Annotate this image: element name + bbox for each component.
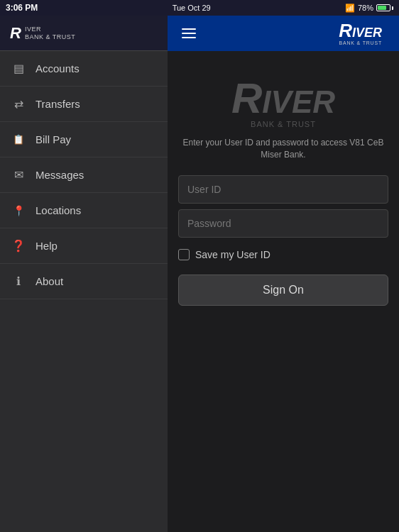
about-icon: ℹ bbox=[11, 275, 26, 289]
logo-row: R IVER bbox=[339, 21, 382, 40]
sidebar-item-locations[interactable]: 📍 Locations bbox=[0, 193, 168, 228]
logo-line2: BANK & TRUST bbox=[25, 33, 75, 41]
battery-percent: 78% bbox=[358, 4, 373, 12]
password-input[interactable] bbox=[178, 209, 388, 238]
status-indicators: 📶 78% bbox=[345, 4, 393, 13]
locations-icon: 📍 bbox=[11, 204, 26, 218]
header-logo-subtitle: BANK & TRUST bbox=[339, 40, 382, 45]
sidebar-logo: R IVER BANK & TRUST bbox=[10, 24, 75, 43]
transfers-icon: ⇄ bbox=[11, 97, 26, 111]
sidebar-item-transfers[interactable]: ⇄ Transfers bbox=[0, 87, 168, 122]
sidebar-item-accounts[interactable]: ▤ Accounts bbox=[0, 51, 168, 87]
battery-icon bbox=[376, 4, 393, 11]
sidebar-item-help[interactable]: ❓ Help bbox=[0, 228, 168, 264]
save-userid-checkbox[interactable] bbox=[178, 249, 190, 260]
login-area: R IVER BANK & TRUST Enter your User ID a… bbox=[168, 51, 399, 532]
accounts-icon: ▤ bbox=[11, 62, 26, 76]
app-container: R IVER BANK & TRUST ▤ Accounts ⇄ Transfe… bbox=[0, 16, 399, 532]
accounts-label: Accounts bbox=[35, 62, 80, 74]
logo-line1: IVER bbox=[25, 26, 75, 33]
save-userid-row: Save my User ID bbox=[178, 243, 388, 266]
messages-label: Messages bbox=[35, 169, 84, 181]
large-logo-r: R bbox=[231, 79, 262, 118]
main-content: R IVER BANK & TRUST R IVER BANK & TRUST … bbox=[168, 16, 399, 532]
hamburger-line-3 bbox=[182, 37, 196, 38]
sign-on-button[interactable]: Sign On bbox=[178, 275, 388, 306]
billpay-icon: 📋 bbox=[11, 133, 26, 147]
messages-icon: ✉ bbox=[11, 168, 26, 182]
userid-input[interactable] bbox=[178, 175, 388, 204]
hamburger-line-1 bbox=[182, 28, 196, 30]
wifi-icon: 📶 bbox=[345, 4, 355, 13]
sign-on-label: Sign On bbox=[263, 284, 304, 297]
large-logo-subtitle: BANK & TRUST bbox=[251, 120, 316, 128]
billpay-label: Bill Pay bbox=[35, 133, 71, 145]
hamburger-line-2 bbox=[182, 33, 196, 34]
about-label: About bbox=[35, 275, 63, 287]
bank-logo-large: R IVER BANK & TRUST bbox=[231, 79, 335, 128]
large-logo-row: R IVER bbox=[231, 79, 335, 120]
sidebar-item-about[interactable]: ℹ About bbox=[0, 264, 168, 299]
hamburger-button[interactable] bbox=[179, 26, 199, 41]
sidebar-nav: ▤ Accounts ⇄ Transfers 📋 Bill Pay ✉ Mess… bbox=[0, 51, 168, 532]
header-logo-iver: IVER bbox=[352, 26, 382, 40]
header-logo-r: R bbox=[339, 21, 352, 40]
status-date: Tue Oct 29 bbox=[173, 4, 211, 12]
help-icon: ❓ bbox=[11, 239, 26, 253]
sidebar: R IVER BANK & TRUST ▤ Accounts ⇄ Transfe… bbox=[0, 16, 168, 532]
save-userid-label: Save my User ID bbox=[195, 249, 270, 260]
large-logo-iver: IVER bbox=[262, 84, 335, 120]
header-logo: R IVER BANK & TRUST bbox=[339, 21, 382, 45]
main-header: R IVER BANK & TRUST bbox=[168, 16, 399, 51]
sidebar-item-billpay[interactable]: 📋 Bill Pay bbox=[0, 122, 168, 157]
login-subtitle: Enter your User ID and password to acces… bbox=[168, 137, 399, 161]
river-logo-main: R IVER BANK & TRUST bbox=[339, 21, 382, 45]
transfers-label: Transfers bbox=[35, 98, 80, 110]
status-time: 3:06 PM bbox=[6, 3, 38, 13]
logo-letter: R bbox=[10, 24, 21, 43]
sidebar-header: R IVER BANK & TRUST bbox=[0, 16, 168, 51]
locations-label: Locations bbox=[35, 204, 81, 216]
logo-text: IVER BANK & TRUST bbox=[25, 26, 75, 41]
sidebar-item-messages[interactable]: ✉ Messages bbox=[0, 157, 168, 193]
help-label: Help bbox=[35, 240, 58, 252]
status-bar: 3:06 PM Tue Oct 29 📶 78% bbox=[0, 0, 399, 16]
